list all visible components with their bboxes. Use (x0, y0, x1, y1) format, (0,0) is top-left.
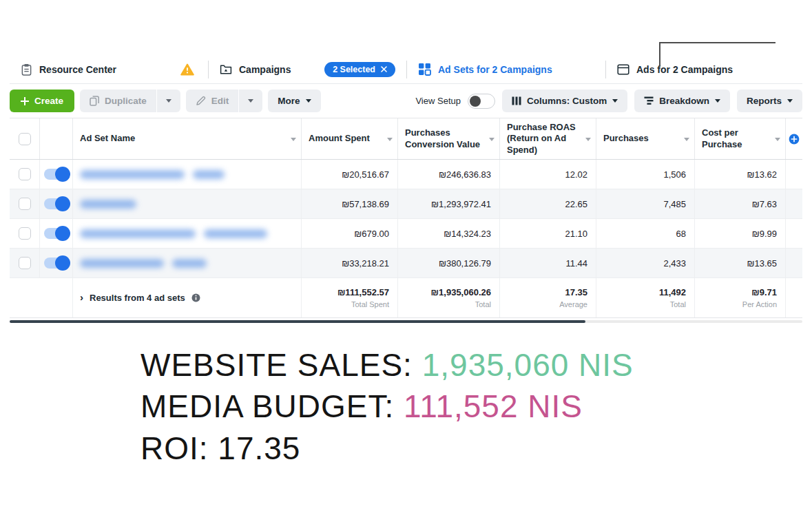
breakdown-button[interactable]: Breakdown (634, 90, 730, 112)
select-all-checkbox[interactable] (19, 133, 31, 145)
row-checkbox[interactable] (19, 198, 31, 210)
horizontal-scrollbar (10, 320, 802, 323)
ad-set-toggle[interactable] (44, 258, 69, 269)
caret-down-icon (248, 99, 253, 103)
duplicate-label: Duplicate (105, 96, 147, 106)
toggle-knob (55, 167, 70, 182)
header-toggle-cell (39, 118, 72, 159)
sort-caret-icon[interactable] (387, 138, 393, 141)
toggle-knob (55, 255, 70, 271)
results-spacer (10, 278, 39, 317)
caret-down-icon (787, 99, 793, 103)
results-spacer (39, 278, 72, 317)
cell-purchases: 68 (596, 219, 694, 248)
resource-center-label: Resource Center (39, 64, 116, 75)
row-toggle-cell (39, 249, 72, 277)
ad-set-name-redacted[interactable] (72, 219, 301, 248)
cell-spacer (785, 160, 802, 189)
view-setup-toggle[interactable] (468, 94, 495, 109)
edit-label: Edit (211, 96, 229, 106)
ads-icon (617, 64, 629, 75)
row-checkbox[interactable] (19, 257, 31, 269)
results-purchases-conversion-value: ₪1,935,060.26 Total (397, 278, 499, 317)
toggle-knob (55, 196, 70, 211)
cell-cost-per-purchase: ₪13.65 (694, 249, 785, 277)
columns-label: Columns: Custom (527, 96, 607, 106)
table-row: ₪57,138.69 ₪1,293,972.41 22.65 7,485 ₪7.… (10, 189, 802, 219)
column-header-purchase-roas[interactable]: Purchase ROAS (Return on Ad Spend) (499, 118, 596, 159)
cell-amount-spent: ₪33,218.21 (301, 249, 397, 277)
column-header-purchases-conversion-value[interactable]: Purchases Conversion Value (397, 118, 499, 159)
edit-caret-button[interactable] (239, 90, 262, 112)
scrollbar-thumb[interactable] (10, 320, 585, 323)
plus-icon (21, 97, 29, 105)
duplicate-button[interactable]: Duplicate (80, 90, 156, 112)
cell-purchases: 2,433 (596, 249, 694, 277)
duplicate-split-button: Duplicate (80, 90, 180, 112)
tab-resource-center[interactable]: Resource Center (10, 55, 208, 83)
ad-set-toggle[interactable] (44, 169, 69, 180)
column-header-amount-spent[interactable]: Amount Spent (301, 118, 397, 159)
close-icon[interactable] (381, 66, 387, 72)
ad-sets-label: Ad Sets for 2 Campaigns (438, 64, 552, 75)
cell-cost-per-purchase: ₪9.99 (694, 219, 785, 248)
summary-media-budget: MEDIA BUDGET: 111,552 NIS (140, 386, 634, 427)
cell-purchases: 1,506 (596, 160, 694, 189)
columns-button[interactable]: Columns: Custom (502, 90, 627, 112)
tab-campaigns[interactable]: Campaigns 2 Selected (209, 55, 406, 83)
toggle-knob (470, 96, 481, 107)
toggle-knob (55, 226, 70, 241)
ad-set-toggle[interactable] (44, 228, 69, 239)
header-checkbox-cell (10, 118, 39, 159)
sort-caret-icon[interactable] (775, 138, 780, 141)
ad-set-name-redacted[interactable] (72, 189, 301, 218)
table-row: ₪33,218.21 ₪380,126.79 11.44 2,433 ₪13.6… (10, 249, 802, 278)
website-sales-label: WEBSITE SALES: (140, 347, 422, 383)
ad-set-toggle[interactable] (44, 198, 69, 209)
cell-purchase-roas: 11.44 (499, 249, 596, 277)
sort-caret-icon[interactable] (489, 138, 495, 141)
ad-set-name-redacted[interactable] (72, 160, 301, 189)
duplicate-caret-button[interactable] (157, 90, 180, 112)
row-checkbox[interactable] (19, 168, 31, 180)
tab-ads[interactable]: Ads for 2 Campaigns (606, 55, 802, 83)
results-spacer (785, 278, 802, 317)
summary-roi: ROI: 17.35 (140, 428, 634, 469)
results-label: Results from 4 ad sets (90, 293, 185, 303)
add-column-button[interactable] (789, 134, 800, 145)
table-row: ₪20,516.67 ₪246,636.83 12.02 1,506 ₪13.6… (10, 160, 802, 189)
results-summary-cell: › Results from 4 ad sets (72, 278, 301, 317)
column-header-purchases[interactable]: Purchases (596, 118, 694, 159)
ad-set-name-redacted[interactable] (72, 249, 301, 277)
info-icon[interactable] (191, 293, 200, 302)
cell-purchase-roas: 12.02 (499, 160, 596, 189)
results-amount-spent: ₪111,552.57 Total Spent (301, 278, 397, 317)
reports-button[interactable]: Reports (737, 90, 802, 112)
sort-caret-icon[interactable] (684, 138, 689, 141)
sort-caret-icon[interactable] (585, 138, 591, 141)
row-checkbox-cell (10, 219, 39, 248)
caret-down-icon (166, 99, 171, 103)
column-header-cost-per-purchase[interactable]: Cost per Purchase (694, 118, 785, 159)
expand-chevron-icon[interactable]: › (80, 292, 83, 302)
create-button[interactable]: Create (10, 90, 74, 112)
column-header-ad-set-name[interactable]: Ad Set Name (72, 118, 301, 159)
results-purchases: 11,492 Total (596, 278, 694, 317)
edit-button[interactable]: Edit (186, 90, 239, 112)
row-toggle-cell (39, 219, 72, 248)
sort-caret-icon[interactable] (291, 138, 296, 141)
more-label: More (278, 96, 300, 106)
reports-label: Reports (747, 96, 782, 106)
row-toggle-cell (39, 189, 72, 218)
cell-purchase-roas: 22.65 (499, 189, 596, 218)
view-setup-label: View Setup (415, 96, 461, 106)
selected-badge[interactable]: 2 Selected (324, 62, 395, 77)
ad-sets-table: Ad Set Name Amount Spent Purchases Conve… (10, 118, 802, 323)
header-add-column-cell (785, 118, 802, 159)
cell-purchases-conversion-value: ₪1,293,972.41 (397, 189, 499, 218)
summary-website-sales: WEBSITE SALES: 1,935,060 NIS (140, 344, 634, 386)
tab-ad-sets[interactable]: Ad Sets for 2 Campaigns (407, 55, 605, 83)
row-checkbox[interactable] (19, 227, 31, 240)
table-header-row: Ad Set Name Amount Spent Purchases Conve… (10, 118, 802, 160)
more-button[interactable]: More (268, 90, 320, 112)
